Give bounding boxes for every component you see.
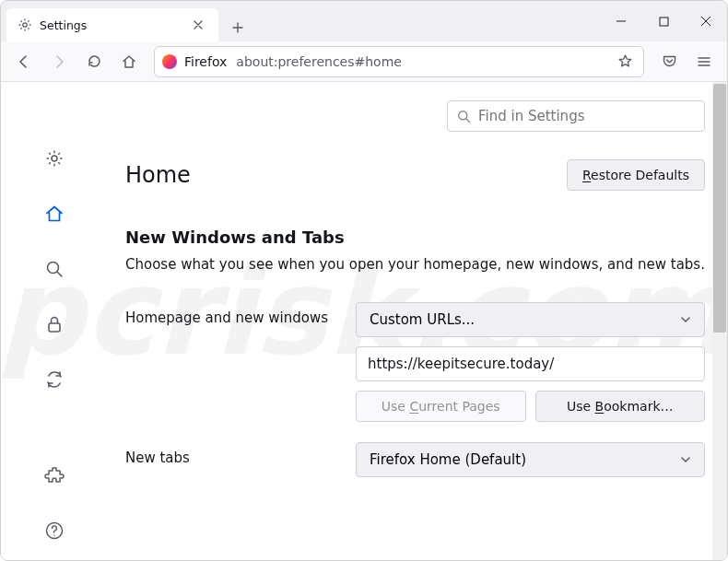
- main-panel: Home Restore Defaults New Windows and Ta…: [107, 82, 727, 560]
- sidebar-general-icon[interactable]: [38, 142, 71, 175]
- svg-rect-4: [49, 323, 60, 332]
- homepage-mode-select[interactable]: Custom URLs...: [356, 302, 705, 337]
- settings-search[interactable]: [447, 100, 705, 132]
- close-button[interactable]: [685, 1, 727, 41]
- toolbar: Firefox about:preferences#home: [1, 41, 727, 82]
- homepage-url-input[interactable]: [356, 346, 705, 381]
- scrollbar[interactable]: [712, 82, 727, 560]
- url-bar[interactable]: Firefox about:preferences#home: [154, 46, 644, 77]
- url-text: Firefox about:preferences#home: [184, 54, 402, 69]
- use-current-pages-button[interactable]: Use Current Pages: [356, 391, 526, 422]
- chevron-down-icon: [680, 454, 691, 465]
- sidebar-help-icon[interactable]: [38, 514, 71, 547]
- maximize-button[interactable]: [642, 1, 685, 41]
- tab-title: Settings: [40, 18, 182, 32]
- homepage-label: Homepage and new windows: [125, 302, 337, 326]
- firefox-icon: [162, 54, 177, 69]
- pocket-icon[interactable]: [653, 46, 685, 77]
- svg-point-2: [52, 156, 57, 161]
- svg-point-0: [23, 23, 27, 27]
- titlebar: Settings: [1, 1, 727, 41]
- forward-button[interactable]: [43, 46, 75, 77]
- sidebar-privacy-icon[interactable]: [38, 308, 71, 341]
- menu-button[interactable]: [688, 46, 720, 77]
- use-bookmark-button[interactable]: Use Bookmark…: [535, 391, 706, 422]
- section-title: New Windows and Tabs: [125, 228, 705, 247]
- homepage-mode-value: Custom URLs...: [370, 311, 475, 328]
- sidebar-sync-icon[interactable]: [38, 363, 71, 396]
- active-tab[interactable]: Settings: [6, 8, 218, 41]
- sidebar: [1, 82, 107, 560]
- restore-defaults-button[interactable]: Restore Defaults: [567, 159, 705, 191]
- svg-point-6: [459, 111, 467, 119]
- svg-rect-1: [660, 18, 668, 26]
- newtabs-value: Firefox Home (Default): [370, 451, 526, 468]
- search-icon: [457, 110, 471, 123]
- back-button[interactable]: [8, 46, 40, 77]
- chevron-down-icon: [680, 314, 691, 325]
- newtabs-select[interactable]: Firefox Home (Default): [356, 442, 705, 477]
- scroll-thumb[interactable]: [713, 84, 726, 333]
- page-title: Home: [125, 162, 191, 188]
- sidebar-search-icon[interactable]: [38, 252, 71, 286]
- reload-button[interactable]: [78, 46, 110, 77]
- settings-search-input[interactable]: [478, 108, 695, 124]
- home-button[interactable]: [113, 46, 145, 77]
- new-tab-button[interactable]: [224, 14, 252, 41]
- gear-icon: [18, 18, 32, 32]
- sidebar-extensions-icon[interactable]: [38, 459, 71, 492]
- minimize-button[interactable]: [600, 1, 642, 41]
- bookmark-star-icon[interactable]: [614, 51, 636, 73]
- tab-close-icon[interactable]: [189, 16, 207, 34]
- newtabs-label: New tabs: [125, 442, 337, 466]
- sidebar-home-icon[interactable]: [38, 197, 71, 230]
- section-description: Choose what you see when you open your h…: [125, 256, 705, 273]
